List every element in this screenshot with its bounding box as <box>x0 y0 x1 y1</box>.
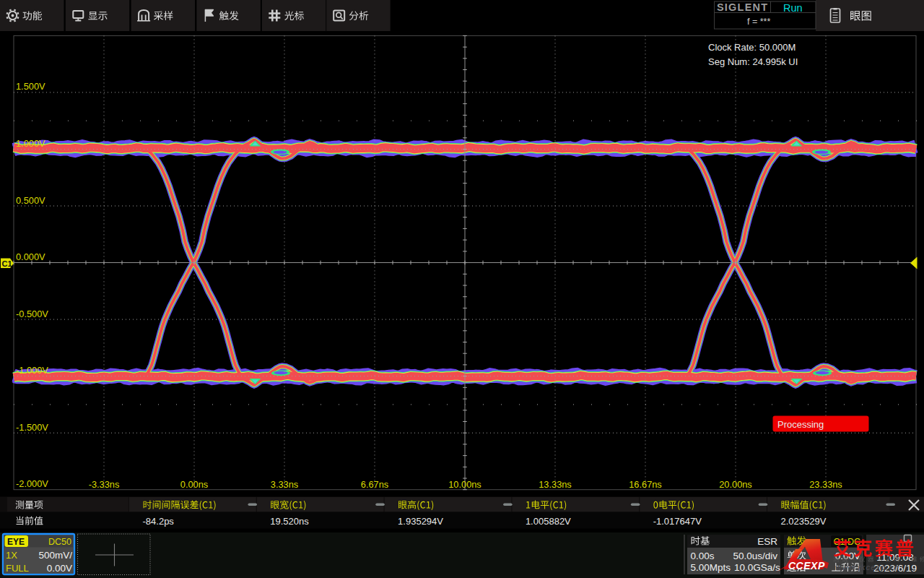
svg-text:19.520ns: 19.520ns <box>270 516 309 527</box>
svg-text:f = ***: f = *** <box>747 17 770 27</box>
svg-text:0.000V: 0.000V <box>16 251 45 262</box>
svg-text:Processing: Processing <box>777 419 824 430</box>
svg-text:-2.000V: -2.000V <box>16 478 48 489</box>
svg-text:10.00ns: 10.00ns <box>448 479 481 490</box>
svg-text:EYE: EYE <box>7 537 25 547</box>
svg-text:C1: C1 <box>2 259 12 268</box>
svg-text:16.67ns: 16.67ns <box>629 479 662 490</box>
svg-text:3.33ns: 3.33ns <box>271 479 298 490</box>
svg-text:-3.33ns: -3.33ns <box>89 479 120 490</box>
svg-text:www.jkcexp.cn: www.jkcexp.cn <box>835 563 899 571</box>
svg-text:-84.2ps: -84.2ps <box>143 516 175 527</box>
svg-text:50.0us/div: 50.0us/div <box>733 551 777 561</box>
svg-text:5.00Mpts: 5.00Mpts <box>691 562 731 573</box>
svg-text:-1.000V: -1.000V <box>16 365 48 376</box>
svg-text:10.0GSa/s: 10.0GSa/s <box>734 562 780 573</box>
svg-text:Clock Rate: 50.000M: Clock Rate: 50.000M <box>708 42 796 53</box>
svg-text:-1.500V: -1.500V <box>16 422 48 433</box>
svg-text:13.33ns: 13.33ns <box>539 479 572 490</box>
svg-text:DC50: DC50 <box>48 537 71 547</box>
svg-text:FULL: FULL <box>6 563 29 574</box>
svg-text:0.00s: 0.00s <box>691 551 715 561</box>
svg-text:1.000V: 1.000V <box>16 138 45 149</box>
svg-text:23.33ns: 23.33ns <box>809 479 842 490</box>
svg-text:Seg Num: 24.995k UI: Seg Num: 24.995k UI <box>708 56 798 67</box>
svg-text:0.500V: 0.500V <box>16 195 45 206</box>
svg-text:6.67ns: 6.67ns <box>361 479 388 490</box>
svg-text:0.00V: 0.00V <box>47 563 72 574</box>
svg-text:1X: 1X <box>6 550 17 561</box>
svg-text:2.023529V: 2.023529V <box>781 516 827 527</box>
svg-text:1.500V: 1.500V <box>16 81 45 92</box>
svg-text:Run: Run <box>783 2 803 14</box>
svg-text:1.935294V: 1.935294V <box>398 516 443 527</box>
svg-text:500mV/: 500mV/ <box>38 550 72 561</box>
svg-text:1.005882V: 1.005882V <box>526 516 571 527</box>
svg-text:-0.500V: -0.500V <box>16 309 48 319</box>
svg-text:CCEXP: CCEXP <box>788 560 825 571</box>
svg-text:ESR: ESR <box>757 536 777 547</box>
svg-text:-1.017647V: -1.017647V <box>653 516 702 527</box>
svg-text:20.00ns: 20.00ns <box>719 479 752 490</box>
svg-text:0.00ns: 0.00ns <box>180 479 208 490</box>
svg-text:SIGLENT: SIGLENT <box>717 1 768 13</box>
